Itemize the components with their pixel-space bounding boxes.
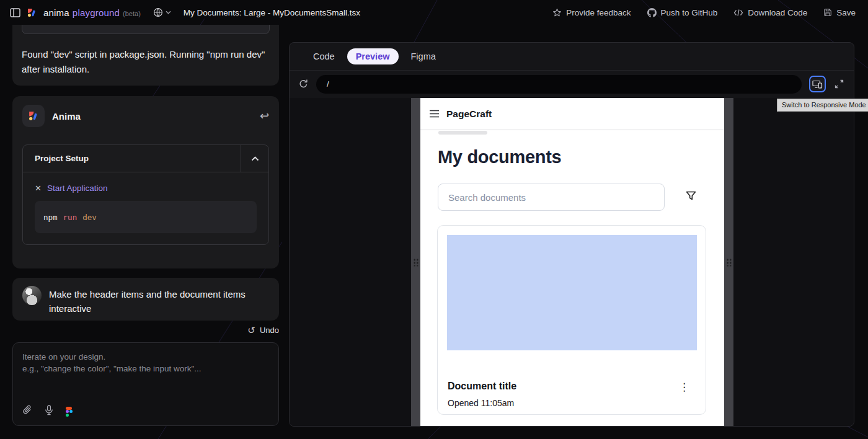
filter-button[interactable] <box>685 190 697 202</box>
composer-placeholder-line2: e.g., "change the color", "make the inpu… <box>22 363 269 375</box>
app-heading: My documents <box>438 147 561 167</box>
responsive-mode-icon <box>812 80 823 89</box>
undo-label: Undo <box>260 326 279 335</box>
document-menu-icon[interactable]: ⋮ <box>679 383 689 392</box>
app-name: PageCraft <box>446 109 492 120</box>
environment-dropdown[interactable] <box>153 7 171 17</box>
system-message-text: Found "dev" script in package.json. Runn… <box>22 47 271 77</box>
topbar: anima playground (beta) My Documents: La… <box>0 0 868 25</box>
tab-code[interactable]: Code <box>306 48 342 64</box>
user-message-card: Make the header items and the document i… <box>12 278 279 321</box>
beta-tag: (beta) <box>123 10 141 17</box>
document-card[interactable]: Document title Opened 11:05am ⋮ <box>437 225 706 415</box>
horizontal-scrollbar[interactable] <box>438 131 487 135</box>
attach-file-icon[interactable] <box>22 405 32 418</box>
undo-button[interactable]: ↺ Undo <box>247 326 279 335</box>
user-avatar <box>22 286 42 305</box>
view-tabbar: Code Preview Figma <box>290 43 854 70</box>
push-to-github-label: Push to GitHub <box>661 8 718 17</box>
globe-icon <box>153 7 163 17</box>
page-title: My Documents: Large - MyDocumentsSmall.t… <box>184 8 360 17</box>
collapse-section-button[interactable] <box>241 145 268 172</box>
anima-logo <box>27 7 37 18</box>
search-input[interactable]: Search documents <box>438 184 665 211</box>
composer-placeholder-line1: Iterate on your design. <box>22 351 269 363</box>
close-icon[interactable]: ✕ <box>35 184 42 193</box>
command-token-run: run <box>63 213 78 222</box>
resize-handle-right[interactable] <box>724 98 733 426</box>
fullscreen-icon[interactable] <box>835 79 844 89</box>
provide-feedback-button[interactable]: Provide feedback <box>552 8 631 17</box>
download-code-button[interactable]: Download Code <box>733 8 807 17</box>
start-application-step[interactable]: ✕ Start Application <box>35 184 257 193</box>
microphone-icon[interactable] <box>45 405 53 418</box>
revert-icon[interactable]: ↩ <box>260 110 269 122</box>
resize-handle-left[interactable] <box>411 98 420 426</box>
undo-icon: ↺ <box>247 326 255 335</box>
command-token-npm: npm <box>43 213 58 222</box>
drag-dots <box>413 258 418 266</box>
preview-toolbar: / <box>290 70 854 97</box>
brand-anima: anima <box>43 7 69 18</box>
prompt-composer[interactable]: Iterate on your design. e.g., "change th… <box>12 342 279 426</box>
app-header: PageCraft <box>420 98 724 130</box>
project-setup-section: Project Setup ✕ Start Application npm <box>22 144 269 245</box>
github-icon <box>647 8 657 17</box>
drag-dots <box>726 258 732 266</box>
anima-icon <box>28 110 39 122</box>
figma-icon[interactable] <box>66 407 73 417</box>
responsive-mode-button[interactable] <box>809 76 826 92</box>
document-meta: Opened 11:05am <box>448 398 514 408</box>
document-title: Document title <box>448 381 516 392</box>
save-label: Save <box>836 8 856 17</box>
download-code-label: Download Code <box>748 8 807 17</box>
brand-playground: playground <box>73 7 120 18</box>
responsive-mode-tooltip: Switch to Responsive Mode <box>777 99 868 112</box>
command-code-block: npm run dev <box>35 201 257 233</box>
save-button[interactable]: Save <box>823 8 856 17</box>
brand-wordmark: anima playground (beta) <box>43 7 141 18</box>
anima-card-logo-chip <box>22 105 45 127</box>
truncated-code-block <box>22 25 270 34</box>
user-message-text: Make the header items and the document i… <box>49 286 269 316</box>
tab-preview[interactable]: Preview <box>347 48 399 64</box>
hamburger-menu-icon[interactable] <box>429 110 440 118</box>
start-application-label: Start Application <box>47 184 108 193</box>
url-input[interactable]: / <box>316 75 802 94</box>
anima-card-title: Anima <box>52 111 81 122</box>
preview-viewport: PageCraft My documents Search documents … <box>290 98 854 426</box>
anima-agent-card: Anima ↩ Project Setup ✕ Start Applicatio… <box>12 96 279 268</box>
command-token-dev: dev <box>82 213 97 222</box>
tab-figma[interactable]: Figma <box>404 48 443 64</box>
chevron-up-icon <box>251 156 259 161</box>
chevron-down-icon <box>166 11 171 14</box>
push-to-github-button[interactable]: Push to GitHub <box>647 8 718 17</box>
url-value: / <box>327 79 329 89</box>
filter-funnel-icon <box>685 190 697 202</box>
chat-sidebar: Found "dev" script in package.json. Runn… <box>12 25 279 439</box>
code-icon <box>733 9 743 17</box>
refresh-icon[interactable] <box>298 79 309 89</box>
star-icon <box>552 8 562 17</box>
save-icon <box>823 8 832 17</box>
sidebar-toggle-icon[interactable] <box>10 8 20 17</box>
search-placeholder: Search documents <box>448 192 526 203</box>
document-thumbnail <box>447 235 697 350</box>
app-window: anima playground (beta) My Documents: La… <box>0 0 868 439</box>
system-message-card: Found "dev" script in package.json. Runn… <box>12 25 279 86</box>
project-setup-title: Project Setup <box>23 154 241 163</box>
preview-panel: Code Preview Figma / <box>289 42 854 427</box>
provide-feedback-label: Provide feedback <box>566 8 631 17</box>
rendered-app-frame: PageCraft My documents Search documents … <box>420 98 724 427</box>
